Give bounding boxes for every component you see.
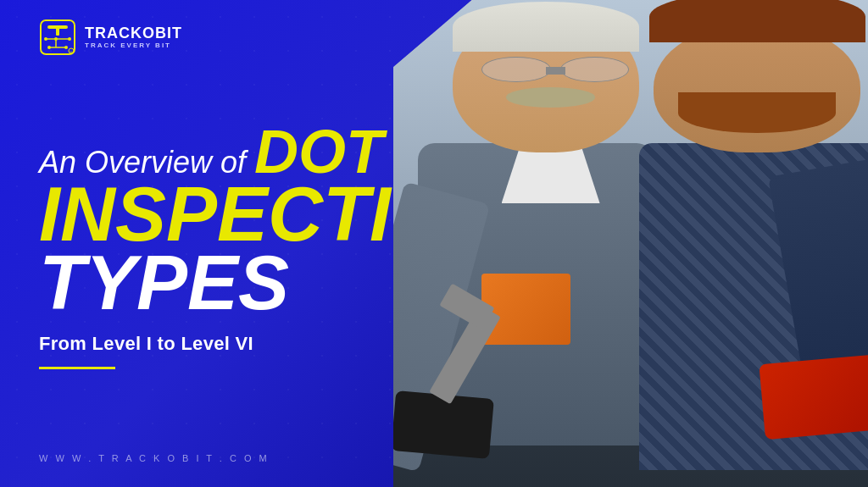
svg-point-9 — [47, 46, 51, 49]
logo-text-block: TRACKOBIT TRACK EVERY BIT — [85, 25, 182, 50]
mechanic-scene — [393, 0, 868, 487]
svg-point-4 — [44, 37, 47, 41]
headline-divider — [39, 367, 115, 369]
mechanic-photo-container — [393, 0, 868, 487]
logo-tagline: TRACK EVERY BIT — [85, 42, 182, 50]
svg-rect-2 — [56, 27, 59, 36]
banner-container: ® TRACKOBIT TRACK EVERY BIT An Overview … — [0, 0, 868, 487]
trackobit-logo-icon: ® — [39, 19, 76, 56]
svg-point-10 — [64, 46, 68, 49]
svg-text:®: ® — [70, 50, 73, 54]
mechanic-photo — [393, 0, 868, 487]
svg-point-6 — [68, 37, 71, 41]
main-content: An Overview of DOT INSPECTION TYPES From… — [39, 123, 446, 369]
logo-area: ® TRACKOBIT TRACK EVERY BIT — [39, 19, 182, 56]
headline-inspection: INSPECTION — [39, 180, 446, 249]
headline-subtitle: From Level I to Level VI — [39, 333, 446, 355]
logo-name: TRACKOBIT — [85, 25, 182, 42]
headline-types: TYPES — [39, 249, 446, 318]
website-url: W W W . T R A C K O B I T . C O M — [39, 453, 270, 463]
